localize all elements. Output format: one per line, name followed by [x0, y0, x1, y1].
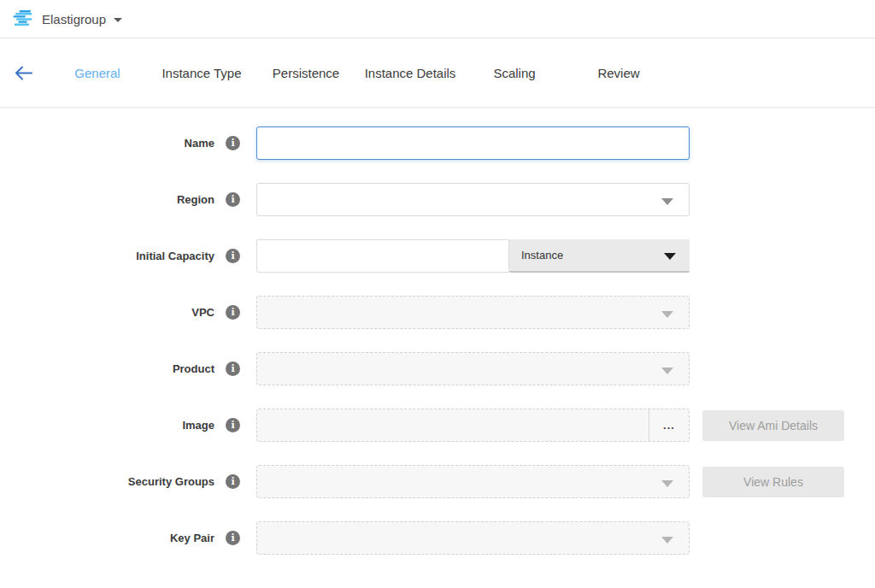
tab-scaling[interactable]: Scaling: [462, 66, 567, 80]
chevron-down-icon: [661, 311, 673, 318]
chevron-down-icon: [664, 253, 676, 260]
initial-capacity-input[interactable]: [256, 239, 509, 273]
key-pair-row: Key Pair i: [0, 521, 875, 555]
name-label: Name: [185, 137, 214, 150]
key-pair-select: [256, 521, 690, 555]
image-label: Image: [182, 419, 214, 432]
product-label: Product: [173, 362, 214, 375]
wizard-tab-bar: General Instance Type Persistence Instan…: [0, 38, 875, 108]
security-groups-select: [256, 465, 690, 498]
info-icon[interactable]: i: [226, 249, 240, 263]
back-button[interactable]: [12, 62, 34, 84]
security-groups-label: Security Groups: [128, 475, 214, 488]
region-label: Region: [177, 193, 214, 206]
vpc-label: VPC: [191, 306, 214, 319]
security-groups-row: Security Groups i View Rules: [0, 465, 875, 498]
info-icon[interactable]: i: [226, 362, 240, 376]
tab-instance-type[interactable]: Instance Type: [150, 66, 254, 80]
tab-review[interactable]: Review: [567, 66, 671, 80]
image-row: Image i ... View Ami Details: [0, 409, 875, 442]
key-pair-label: Key Pair: [170, 532, 214, 544]
chevron-down-icon: [661, 537, 673, 544]
region-select[interactable]: [256, 183, 690, 216]
back-arrow-icon: [15, 66, 32, 80]
info-icon[interactable]: i: [226, 418, 240, 432]
app-name: Elastigroup: [42, 12, 106, 26]
info-icon[interactable]: i: [226, 531, 240, 545]
wizard-tabs: General Instance Type Persistence Instan…: [45, 66, 671, 80]
tab-instance-details[interactable]: Instance Details: [358, 66, 462, 80]
initial-capacity-row: Initial Capacity i Instance: [0, 239, 875, 273]
tab-persistence[interactable]: Persistence: [254, 66, 358, 80]
region-row: Region i: [0, 183, 875, 216]
app-switcher-dropdown[interactable]: Elastigroup: [42, 12, 122, 26]
initial-capacity-label: Initial Capacity: [136, 250, 214, 262]
vpc-row: VPC i: [0, 296, 875, 329]
info-icon[interactable]: i: [226, 305, 240, 320]
image-field: ...: [256, 409, 690, 442]
top-bar: Elastigroup: [0, 0, 875, 38]
name-row: Name i: [0, 126, 875, 160]
capacity-unit-select[interactable]: Instance: [509, 239, 690, 273]
capacity-unit-value: Instance: [521, 249, 563, 262]
image-browse-button[interactable]: ...: [649, 409, 689, 441]
tab-general[interactable]: General: [45, 66, 150, 80]
info-icon[interactable]: i: [226, 192, 240, 207]
vpc-select: [256, 296, 690, 329]
chevron-down-icon: [661, 480, 673, 487]
general-settings-form: Name i Region i Initial Capacity i: [0, 108, 875, 555]
product-row: Product i: [0, 352, 875, 385]
info-icon[interactable]: i: [226, 474, 240, 489]
product-select: [256, 352, 690, 385]
view-rules-button[interactable]: View Rules: [702, 467, 844, 497]
chevron-down-icon: [661, 368, 673, 374]
chevron-down-icon: [114, 18, 122, 22]
name-input[interactable]: [256, 126, 690, 160]
chevron-down-icon: [661, 198, 673, 205]
elastigroup-logo-icon: [12, 10, 34, 28]
info-icon[interactable]: i: [226, 136, 240, 150]
view-ami-details-button[interactable]: View Ami Details: [702, 410, 844, 441]
